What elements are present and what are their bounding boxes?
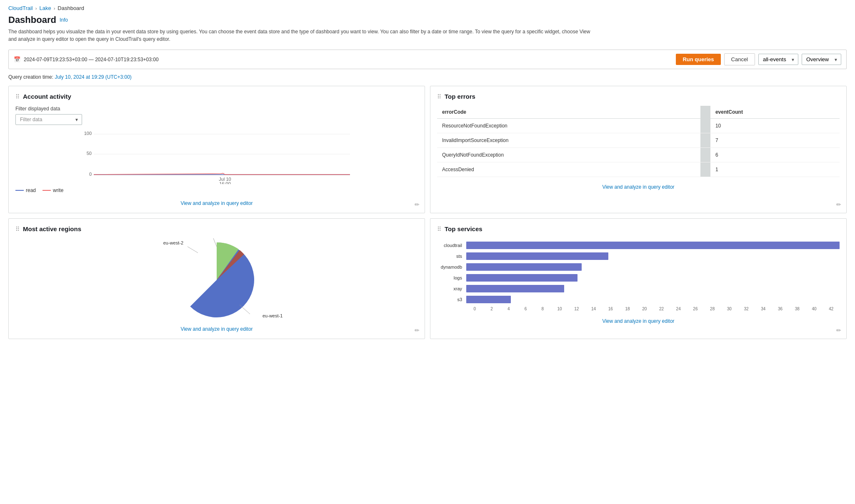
page-header: Dashboard Info [8, 15, 847, 25]
pie-chart-container: us-east-1 eu-west-2 eu-west-1 [15, 238, 418, 322]
toolbar-right: all-events Overview [758, 54, 841, 65]
bar-label: cloudtrail [437, 243, 466, 248]
bar-label: xray [437, 286, 466, 291]
account-activity-title: Account activity [23, 93, 71, 100]
bar-track [466, 263, 840, 271]
legend-write: write [42, 187, 63, 193]
query-time-value[interactable]: July 10, 2024 at 19:29 (UTC+3:00) [55, 74, 131, 80]
svg-text:0: 0 [89, 172, 92, 177]
axis-label: 30 [721, 307, 738, 311]
bar-track [466, 274, 840, 282]
svg-text:eu-west-1: eu-west-1 [262, 313, 282, 318]
bar-label: logs [437, 275, 466, 280]
account-activity-header: ⠿ Account activity [15, 93, 418, 100]
axis-label: 2 [483, 307, 500, 311]
top-errors-view-link[interactable]: View and analyze in query editor [602, 184, 674, 190]
dashboard-grid: ⠿ Account activity Filter displayed data… [8, 86, 847, 339]
axis-label: 22 [653, 307, 670, 311]
breadcrumb-lake[interactable]: Lake [39, 5, 51, 11]
table-row: InvalidImportSourceException 7 [437, 133, 840, 148]
page-description: The dashboard helps you visualize the da… [8, 28, 592, 43]
pie-chart-svg: us-east-1 eu-west-2 eu-west-1 [150, 238, 283, 322]
error-code-cell: QueryIdNotFoundException [437, 148, 700, 162]
axis-label: 14 [585, 307, 602, 311]
axis-label: 18 [619, 307, 636, 311]
filter-select[interactable]: Filter data [15, 114, 82, 125]
event-store-select[interactable]: all-events [758, 54, 798, 65]
bar-row: s3 [437, 296, 840, 303]
most-active-regions-edit-icon[interactable]: ✏ [415, 327, 420, 334]
line-chart-svg: 100 50 0 Jul 10 16:00 [15, 130, 418, 184]
date-range: 2024-07-09T19:23:53+03:00 — 2024-07-10T1… [24, 57, 672, 62]
filter-select-wrapper: Filter data [15, 114, 82, 125]
most-active-regions-view-link[interactable]: View and analyze in query editor [180, 326, 252, 332]
info-link[interactable]: Info [60, 17, 68, 23]
axis-label: 10 [551, 307, 568, 311]
bar-fill [466, 296, 511, 303]
bar-label: s3 [437, 297, 466, 302]
write-line [42, 190, 51, 191]
bar-fill [466, 242, 840, 249]
bar-track [466, 285, 840, 292]
axis-label: 0 [466, 307, 483, 311]
account-activity-edit-icon[interactable]: ✏ [415, 201, 420, 208]
bar-row: cloudtrail [437, 242, 840, 249]
top-errors-edit-icon[interactable]: ✏ [836, 201, 841, 208]
bar-chart-container: cloudtrail sts dynamodb logs xray [437, 238, 840, 314]
bar-row: xray [437, 285, 840, 292]
bar-fill [466, 252, 608, 260]
run-queries-button[interactable]: Run queries [676, 54, 720, 65]
svg-line-10 [212, 238, 217, 247]
legend-read-label: read [26, 187, 36, 193]
read-line [15, 190, 24, 191]
account-activity-view-link[interactable]: View and analyze in query editor [180, 200, 252, 206]
most-active-regions-title: Most active regions [23, 225, 81, 232]
line-chart-area: 100 50 0 Jul 10 16:00 [15, 130, 418, 184]
drag-icon-services: ⠿ [437, 226, 441, 232]
bar-track [466, 252, 840, 260]
table-row: AccessDenied 1 [437, 162, 840, 177]
breadcrumb-current: Dashboard [58, 5, 84, 11]
legend-write-label: write [53, 187, 63, 193]
svg-text:50: 50 [87, 151, 92, 156]
most-active-regions-header: ⠿ Most active regions [15, 225, 418, 232]
event-count-cell: 1 [710, 162, 840, 177]
col-divider-cell [700, 133, 710, 148]
calendar-icon: 📅 [14, 56, 20, 62]
breadcrumb-cloudtrail[interactable]: CloudTrail [8, 5, 33, 11]
top-services-title: Top services [445, 225, 482, 232]
svg-line-12 [188, 247, 198, 253]
svg-text:100: 100 [84, 131, 92, 136]
svg-text:16:00: 16:00 [219, 181, 231, 184]
axis-label: 8 [534, 307, 551, 311]
col-divider-cell [700, 162, 710, 177]
bar-track [466, 296, 840, 303]
axis-label: 34 [755, 307, 772, 311]
axis-label: 12 [568, 307, 585, 311]
table-row: ResourceNotFoundException 10 [437, 119, 840, 133]
col-divider-cell [700, 148, 710, 162]
chart-legend: read write [15, 187, 418, 193]
bar-fill [466, 274, 578, 282]
error-code-header: errorCode [437, 106, 700, 119]
bar-track [466, 242, 840, 249]
filter-label: Filter displayed data [15, 106, 418, 112]
breadcrumb-sep-1: › [35, 6, 37, 11]
top-services-edit-icon[interactable]: ✏ [836, 327, 841, 334]
table-row: QueryIdNotFoundException 6 [437, 148, 840, 162]
cancel-button[interactable]: Cancel [724, 53, 755, 65]
errors-table: errorCode eventCount ResourceNotFoundExc… [437, 106, 840, 177]
top-errors-widget: ⠿ Top errors errorCode eventCount Resour… [430, 86, 847, 213]
dashboard-type-select[interactable]: Overview [802, 54, 841, 65]
legend-read: read [15, 187, 36, 193]
account-activity-widget: ⠿ Account activity Filter displayed data… [8, 86, 425, 213]
query-time: Query creation time: July 10, 2024 at 19… [8, 74, 847, 80]
event-store-wrapper: all-events [758, 54, 798, 65]
error-code-cell: InvalidImportSourceException [437, 133, 700, 148]
top-services-header: ⠿ Top services [437, 225, 840, 232]
drag-icon-errors: ⠿ [437, 93, 441, 100]
col-divider-cell [700, 119, 710, 133]
bar-label: sts [437, 254, 466, 259]
breadcrumb: CloudTrail › Lake › Dashboard [8, 5, 847, 11]
top-services-view-link[interactable]: View and analyze in query editor [602, 318, 674, 324]
